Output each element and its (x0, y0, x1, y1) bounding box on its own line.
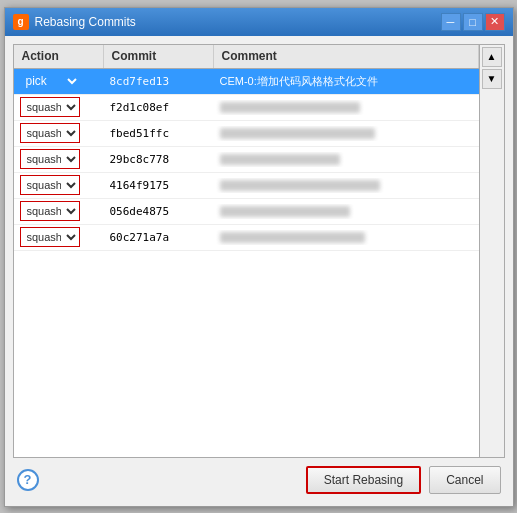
table-body: pick squash reword edit fixup drop 8cd7f… (14, 69, 479, 457)
action-cell-0: pick squash reword edit fixup drop (14, 69, 104, 93)
close-button[interactable]: ✕ (485, 13, 505, 31)
comment-cell-5 (214, 204, 479, 219)
footer-buttons: Start Rebasing Cancel (306, 466, 501, 494)
comment-cell-6 (214, 230, 479, 245)
arrow-up-icon: ▲ (487, 51, 497, 62)
comment-cell-4 (214, 178, 479, 193)
table-row[interactable]: pick squash reword edit fixup drop 60c27… (14, 225, 479, 251)
header-commit: Commit (104, 45, 214, 68)
action-cell-1: pick squash reword edit fixup drop (14, 95, 104, 119)
comment-cell-0: CEM-0:增加代码风格格式化文件 (214, 72, 479, 91)
action-cell-5: pick squash reword edit fixup drop (14, 199, 104, 223)
app-icon: g (13, 14, 29, 30)
commit-cell-0: 8cd7fed13 (104, 73, 214, 90)
action-select-4[interactable]: pick squash reword edit fixup drop (20, 175, 80, 195)
table-row[interactable]: pick squash reword edit fixup drop 4164f… (14, 173, 479, 199)
action-select-1[interactable]: pick squash reword edit fixup drop (20, 97, 80, 117)
action-select-0[interactable]: pick squash reword edit fixup drop (20, 71, 80, 91)
title-bar-left: g Rebasing Commits (13, 14, 136, 30)
table-row[interactable]: pick squash reword edit fixup drop 8cd7f… (14, 69, 479, 95)
table-row[interactable]: pick squash reword edit fixup drop 056de… (14, 199, 479, 225)
minimize-button[interactable]: ─ (441, 13, 461, 31)
title-bar: g Rebasing Commits ─ □ ✕ (5, 8, 513, 36)
commit-cell-1: f2d1c08ef (104, 99, 214, 116)
table-wrapper: Action Commit Comment pick squash reword (13, 44, 505, 458)
commit-cell-6: 60c271a7a (104, 229, 214, 246)
table-row[interactable]: pick squash reword edit fixup drop 29bc8… (14, 147, 479, 173)
commit-cell-5: 056de4875 (104, 203, 214, 220)
action-cell-2: pick squash reword edit fixup drop (14, 121, 104, 145)
action-cell-3: pick squash reword edit fixup drop (14, 147, 104, 171)
action-select-3[interactable]: pick squash reword edit fixup drop (20, 149, 80, 169)
window-title: Rebasing Commits (35, 15, 136, 29)
title-controls: ─ □ ✕ (441, 13, 505, 31)
start-rebasing-button[interactable]: Start Rebasing (306, 466, 421, 494)
commit-cell-2: fbed51ffc (104, 125, 214, 142)
commit-cell-3: 29bc8c778 (104, 151, 214, 168)
table-header: Action Commit Comment (14, 45, 479, 69)
table-row[interactable]: pick squash reword edit fixup drop fbed5… (14, 121, 479, 147)
cancel-button[interactable]: Cancel (429, 466, 500, 494)
action-select-5[interactable]: pick squash reword edit fixup drop (20, 201, 80, 221)
action-cell-4: pick squash reword edit fixup drop (14, 173, 104, 197)
action-select-2[interactable]: pick squash reword edit fixup drop (20, 123, 80, 143)
content-area: Action Commit Comment pick squash reword (5, 36, 513, 506)
comment-cell-1 (214, 100, 479, 115)
footer: ? Start Rebasing Cancel (13, 458, 505, 498)
header-action: Action (14, 45, 104, 68)
help-button[interactable]: ? (17, 469, 39, 491)
move-up-button[interactable]: ▲ (482, 47, 502, 67)
action-cell-6: pick squash reword edit fixup drop (14, 225, 104, 249)
action-select-6[interactable]: pick squash reword edit fixup drop (20, 227, 80, 247)
move-down-button[interactable]: ▼ (482, 69, 502, 89)
table-row[interactable]: pick squash reword edit fixup drop f2d1c… (14, 95, 479, 121)
comment-cell-2 (214, 126, 479, 141)
header-comment: Comment (214, 45, 479, 68)
arrow-down-icon: ▼ (487, 73, 497, 84)
side-actions-panel: ▲ ▼ (480, 44, 505, 458)
comment-cell-3 (214, 152, 479, 167)
commit-cell-4: 4164f9175 (104, 177, 214, 194)
rebasing-commits-window: g Rebasing Commits ─ □ ✕ Action Commit C… (4, 7, 514, 507)
commits-table: Action Commit Comment pick squash reword (13, 44, 480, 458)
maximize-button[interactable]: □ (463, 13, 483, 31)
